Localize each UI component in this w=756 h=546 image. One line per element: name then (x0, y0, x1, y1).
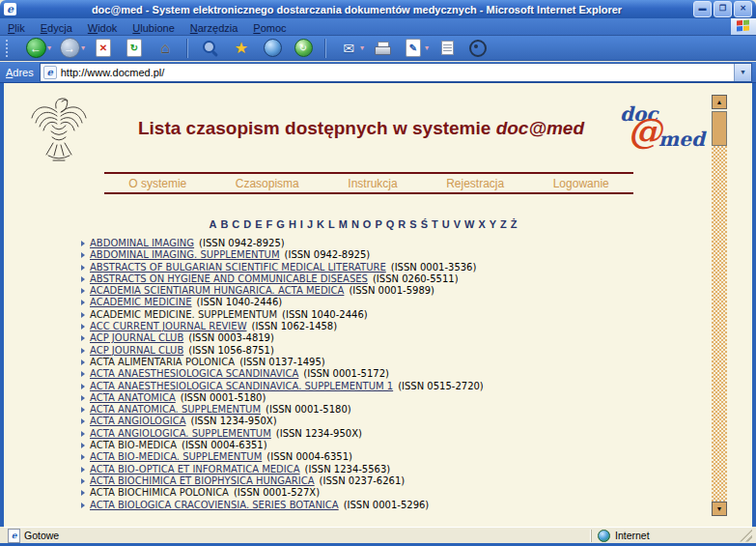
alpha-link-u[interactable]: U (442, 218, 450, 230)
minimize-icon[interactable]: ▬ (693, 1, 712, 17)
media-icon[interactable] (261, 38, 284, 59)
refresh-icon[interactable]: ↻ (123, 38, 146, 59)
stop-icon[interactable]: ✕ (92, 38, 115, 59)
journal-title[interactable]: ABSTRACTS ON HYGIENE AND COMMUNICABLE DI… (90, 273, 368, 284)
alpha-link-x[interactable]: X (478, 218, 485, 230)
journal-row: ABSTRACTS ON HYGIENE AND COMMUNICABLE DI… (81, 273, 718, 285)
journal-title[interactable]: ACTA BIOLOGICA CRACOVIENSIA. SERIES BOTA… (90, 500, 339, 510)
back-dropdown-icon[interactable]: ▾ (47, 43, 51, 52)
alpha-link-ś[interactable]: Ś (421, 218, 428, 230)
scroll-down-icon[interactable]: ▼ (712, 502, 727, 516)
back-icon[interactable]: ← (24, 38, 47, 59)
alpha-link-l[interactable]: L (328, 218, 335, 230)
menu-widok[interactable]: Widok (80, 22, 126, 34)
journal-title[interactable]: ACTA BIOCHIMICA ET BIOPHYSICA HUNGARICA (90, 475, 315, 486)
history-icon[interactable]: ↻ (292, 38, 315, 59)
edit-dropdown-icon[interactable]: ▾ (425, 43, 429, 52)
journal-title[interactable]: ABSTRACTS OF BULGARIAN SCIENTIFIC MEDICA… (90, 262, 386, 273)
print-icon[interactable] (371, 38, 394, 59)
journal-title[interactable]: ACP JOURNAL CLUB (90, 345, 183, 356)
alpha-link-g[interactable]: G (276, 218, 285, 230)
alpha-link-n[interactable]: N (351, 218, 359, 230)
search-icon[interactable] (199, 38, 222, 59)
nav-o-systemie[interactable]: O systemie (128, 177, 186, 190)
windows-logo (731, 18, 756, 35)
favorites-icon[interactable]: ★ (230, 38, 253, 59)
bullet-icon (81, 241, 85, 246)
alpha-link-v[interactable]: V (454, 218, 461, 230)
alpha-link-y[interactable]: Y (490, 218, 496, 230)
alpha-link-z[interactable]: Z (500, 218, 507, 230)
bullet-icon (81, 478, 85, 484)
bullet-icon (81, 384, 85, 389)
alpha-link-b[interactable]: B (220, 218, 228, 230)
discuss-icon[interactable] (435, 38, 459, 59)
alpha-link-c[interactable]: C (232, 218, 239, 230)
home-icon[interactable]: ⌂ (154, 38, 177, 59)
nav-logowanie[interactable]: Logowanie (553, 177, 609, 190)
nav-czasopisma[interactable]: Czasopisma (236, 177, 299, 190)
journal-title[interactable]: ACTA ANGIOLOGICA. SUPPLEMENTUM (90, 428, 271, 439)
journal-title[interactable]: ACC CURRENT JOURNAL REVIEW (90, 321, 247, 331)
journal-title[interactable]: ACTA ANGIOLOGICA (90, 416, 186, 426)
journal-title[interactable]: ACTA BIO-MEDICA. SUPPLEMENTUM (90, 451, 262, 462)
maximize-icon[interactable]: ❐ (714, 1, 732, 17)
alpha-link-s[interactable]: S (409, 218, 416, 230)
journal-title[interactable]: ACTA ANATOMICA. SUPPLEMENTUM (90, 404, 261, 415)
alpha-link-k[interactable]: K (317, 218, 324, 230)
mail-dropdown-icon[interactable]: ▾ (360, 43, 364, 52)
alpha-link-r[interactable]: R (398, 218, 406, 230)
alpha-link-i[interactable]: I (300, 218, 303, 230)
alpha-link-w[interactable]: W (464, 218, 474, 230)
bullet-icon (81, 300, 85, 305)
scrollbar-thumb[interactable] (712, 111, 727, 146)
menu-pomoc[interactable]: Pomoc (245, 22, 294, 34)
alpha-link-j[interactable]: J (307, 218, 313, 230)
page-scrollbar[interactable]: ▲ ▼ (712, 95, 727, 516)
journal-title[interactable]: ACTA ANATOMICA (90, 392, 176, 403)
address-input[interactable]: e http://www.docmed.pl/ ▼ (40, 63, 752, 82)
journal-title[interactable]: ACP JOURNAL CLUB (90, 332, 183, 343)
scroll-up-icon[interactable]: ▲ (712, 95, 727, 109)
alpha-link-p[interactable]: P (375, 218, 381, 230)
scrollbar-track[interactable] (712, 146, 727, 502)
journal-title[interactable]: ACTA BIO-OPTICA ET INFORMATICA MEDICA (90, 464, 300, 474)
alpha-link-a[interactable]: A (209, 218, 216, 230)
journal-title[interactable]: ACTA ANAESTHESIOLOGICA SCANDINAVICA. SUP… (90, 381, 393, 391)
journal-title[interactable]: ACTA ANAESTHESIOLOGICA SCANDINAVICA (90, 368, 298, 379)
alpha-link-ż[interactable]: Ż (511, 218, 518, 230)
menu-narzędzia[interactable]: Narzędzia (182, 22, 246, 34)
title-bar: e doc@med - System elektronicznego dosta… (0, 0, 756, 18)
alpha-link-q[interactable]: Q (386, 218, 395, 230)
edit-icon[interactable]: ✎ (402, 38, 425, 59)
close-icon[interactable]: ✕ (734, 1, 752, 17)
mail-icon[interactable]: ✉ (337, 38, 360, 59)
menu-edycja[interactable]: Edycja (33, 22, 80, 34)
alpha-link-f[interactable]: F (266, 218, 273, 230)
zone-label: Internet (615, 530, 650, 541)
menu-plik[interactable]: Plik (0, 22, 33, 34)
alpha-link-h[interactable]: H (289, 218, 296, 230)
menu-ulubione[interactable]: Ulubione (125, 22, 182, 34)
journal-title[interactable]: ACADEMIC MEDICINE (90, 297, 192, 307)
toolbar-grip[interactable] (6, 40, 11, 57)
alpha-link-d[interactable]: D (243, 218, 251, 230)
nav-rejestracja[interactable]: Rejestracja (446, 177, 504, 190)
alpha-link-e[interactable]: E (255, 218, 262, 230)
alpha-link-t[interactable]: T (432, 218, 438, 230)
journal-title[interactable]: ABDOMINAL IMAGING (90, 238, 194, 248)
nav-instrukcja[interactable]: Instrukcja (348, 177, 397, 190)
address-dropdown-icon[interactable]: ▼ (734, 64, 751, 81)
resize-grip[interactable] (740, 530, 752, 542)
bullet-icon (81, 348, 85, 354)
forward-icon[interactable]: → (58, 38, 81, 59)
messenger-icon[interactable] (466, 38, 490, 59)
journal-title[interactable]: ACADEMIA SCIENTIARUM HUNGARICA. ACTA MED… (90, 285, 344, 296)
forward-dropdown-icon[interactable]: ▾ (81, 43, 85, 52)
journal-row: ACADEMIA SCIENTIARUM HUNGARICA. ACTA MED… (81, 285, 718, 297)
bullet-icon (81, 503, 85, 508)
journal-row: ACTA BIO-OPTICA ET INFORMATICA MEDICA(IS… (81, 464, 718, 475)
alpha-link-o[interactable]: O (363, 218, 372, 230)
journal-title[interactable]: ABDOMINAL IMAGING. SUPPLEMENTUM (90, 249, 280, 260)
alpha-link-m[interactable]: M (339, 218, 348, 230)
